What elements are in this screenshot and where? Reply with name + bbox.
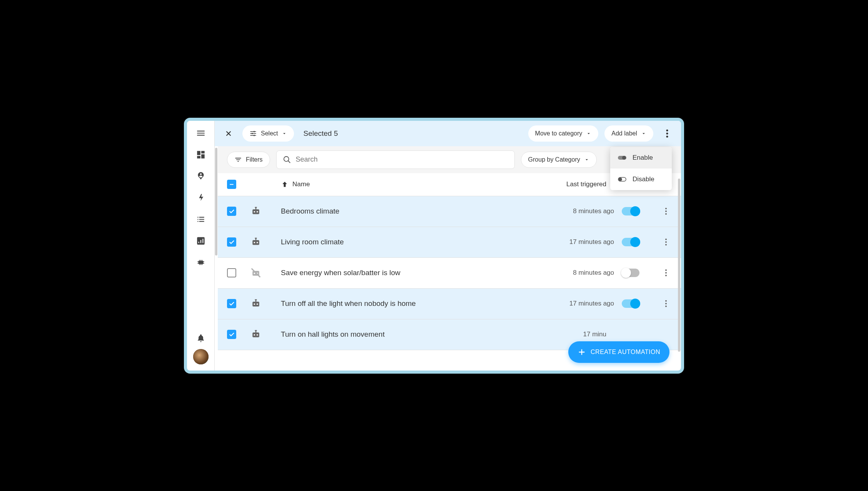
add-label-button[interactable]: Add label <box>604 125 653 142</box>
overflow-menu-icon[interactable] <box>659 126 675 141</box>
table-row[interactable]: Save energy when solar/batter is low 8 m… <box>218 258 681 289</box>
column-name-header[interactable]: Name <box>281 180 529 188</box>
search-box[interactable] <box>276 150 515 169</box>
svg-point-2 <box>254 131 255 132</box>
filter-icon <box>234 156 242 164</box>
table-row[interactable]: Bedrooms climate 8 minutes ago <box>218 196 681 227</box>
search-icon <box>283 155 291 164</box>
column-triggered-header[interactable]: Last triggered <box>529 180 614 188</box>
enable-label: Enable <box>633 154 653 162</box>
create-automation-fab[interactable]: CREATE AUTOMATION <box>568 341 669 363</box>
svg-point-21 <box>665 244 667 246</box>
svg-point-7 <box>666 135 668 137</box>
select-chip[interactable]: Select <box>242 125 294 142</box>
svg-rect-9 <box>230 184 233 185</box>
svg-point-13 <box>665 208 667 209</box>
svg-point-8 <box>284 156 289 161</box>
group-by-label: Group by Category <box>528 156 580 163</box>
scroll-track-left[interactable] <box>215 148 218 279</box>
svg-point-18 <box>257 242 258 243</box>
row-more-icon[interactable] <box>660 269 672 277</box>
svg-point-15 <box>665 213 667 215</box>
enable-switch[interactable] <box>622 299 639 308</box>
fab-label: CREATE AUTOMATION <box>591 349 660 356</box>
svg-point-17 <box>254 242 255 243</box>
dashboard-icon[interactable] <box>195 149 206 160</box>
row-triggered: 8 minutes ago <box>537 269 622 277</box>
popover-enable[interactable]: Enable <box>610 147 672 169</box>
list-icon[interactable] <box>195 214 206 225</box>
svg-point-23 <box>254 272 255 274</box>
svg-point-11 <box>254 211 255 212</box>
row-checkbox[interactable] <box>227 268 236 277</box>
svg-point-29 <box>254 303 255 305</box>
robot-icon <box>250 329 281 340</box>
tune-icon <box>249 130 257 137</box>
select-label: Select <box>261 130 278 137</box>
enable-disable-popover: Enable Disable <box>610 147 672 190</box>
row-more-icon[interactable] <box>660 300 672 307</box>
arrow-up-icon <box>281 180 289 188</box>
svg-rect-1 <box>198 261 203 264</box>
scroll-track-right[interactable] <box>678 179 680 352</box>
svg-point-38 <box>622 156 626 160</box>
row-checkbox[interactable] <box>227 207 236 216</box>
row-checkbox[interactable] <box>227 330 236 339</box>
svg-point-20 <box>665 241 667 243</box>
svg-point-27 <box>665 275 667 276</box>
main-area: Select Selected 5 Move to category Add l… <box>215 121 681 371</box>
menu-icon[interactable] <box>195 128 206 139</box>
row-checkbox[interactable] <box>227 237 236 247</box>
select-all-checkbox[interactable] <box>227 180 236 189</box>
row-triggered: 17 minutes ago <box>537 238 622 246</box>
svg-point-4 <box>254 135 255 136</box>
row-name: Turn off all the light when nobody is ho… <box>281 299 416 308</box>
robot-off-icon <box>250 267 281 279</box>
energy-icon[interactable] <box>195 192 206 203</box>
row-name: Turn on hall lights on movement <box>281 330 385 339</box>
toggle-off-icon <box>618 177 626 182</box>
app-inner: Select Selected 5 Move to category Add l… <box>187 121 681 371</box>
robot-icon <box>250 236 281 248</box>
disable-label: Disable <box>633 175 654 183</box>
svg-point-30 <box>257 303 258 305</box>
svg-point-6 <box>666 132 668 134</box>
move-to-category-button[interactable]: Move to category <box>528 125 599 142</box>
robot-icon <box>250 298 281 309</box>
row-more-icon[interactable] <box>660 207 672 215</box>
table-row[interactable]: Living room climate 17 minutes ago <box>218 227 681 258</box>
group-by-button[interactable]: Group by Category <box>521 152 597 168</box>
move-category-label: Move to category <box>535 130 583 137</box>
enable-switch[interactable] <box>622 269 639 277</box>
close-icon[interactable] <box>221 126 236 141</box>
filters-label: Filters <box>246 156 263 163</box>
table-row[interactable]: Turn off all the light when nobody is ho… <box>218 289 681 319</box>
svg-point-3 <box>252 133 253 134</box>
svg-point-32 <box>665 303 667 304</box>
svg-point-35 <box>254 334 255 336</box>
enable-switch[interactable] <box>622 207 639 215</box>
bell-icon[interactable] <box>195 333 206 344</box>
avatar[interactable] <box>193 349 209 364</box>
search-input[interactable] <box>296 155 508 164</box>
svg-point-25 <box>665 269 667 271</box>
popover-disable[interactable]: Disable <box>610 169 672 190</box>
svg-point-19 <box>665 239 667 240</box>
selection-topbar: Select Selected 5 Move to category Add l… <box>215 121 681 146</box>
svg-point-36 <box>257 334 258 336</box>
enable-switch[interactable] <box>622 238 639 246</box>
person-pin-icon[interactable] <box>195 171 206 182</box>
svg-point-5 <box>666 129 668 131</box>
row-more-icon[interactable] <box>660 238 672 246</box>
row-checkbox[interactable] <box>227 299 236 308</box>
svg-point-40 <box>619 178 622 181</box>
row-triggered: 8 minutes ago <box>537 207 622 215</box>
filters-button[interactable]: Filters <box>227 152 270 168</box>
svg-rect-34 <box>252 332 259 337</box>
svg-point-33 <box>665 306 667 307</box>
sidebar <box>187 121 215 371</box>
chip-icon[interactable] <box>195 257 206 268</box>
chart-icon[interactable] <box>195 235 206 246</box>
chevron-down-icon <box>282 131 287 136</box>
row-name: Save energy when solar/batter is low <box>281 269 401 277</box>
